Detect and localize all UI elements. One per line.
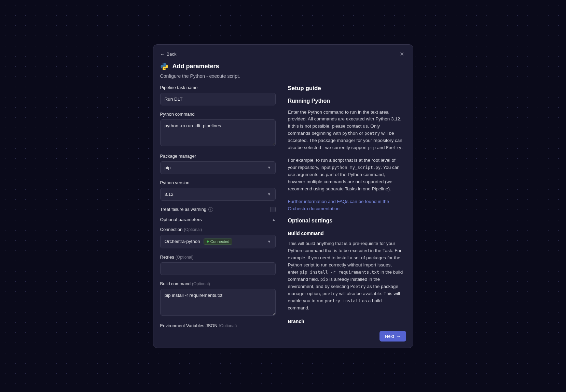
guide-build-heading: Build command: [288, 231, 403, 236]
setup-guide-column: Setup guide Running Python Enter the Pyt…: [288, 85, 406, 327]
form-column: Pipeline task name Python command python…: [160, 85, 278, 327]
arrow-left-icon: ←: [160, 52, 165, 57]
optional-params-toggle[interactable]: Optional parameters ▲: [160, 217, 276, 222]
modal-header: ← Back ✕ Add parameters Configure the Py…: [153, 45, 413, 85]
retries-label: Retries(Optional): [160, 255, 276, 260]
python-icon: [160, 62, 168, 71]
chevron-down-icon: ▼: [267, 192, 271, 196]
python-version-value: 3.12: [165, 192, 174, 197]
env-json-label: Environment Variables JSON(Optional): [160, 323, 276, 327]
guide-title: Setup guide: [288, 85, 403, 92]
connection-select[interactable]: Orchestra-python Connected ▼: [160, 235, 276, 248]
connection-label: Connection(Optional): [160, 227, 276, 232]
guide-p1: Enter the Python command to run in the t…: [288, 109, 403, 152]
package-manager-select[interactable]: pip ▼: [160, 161, 276, 174]
python-version-select[interactable]: 3.12 ▼: [160, 188, 276, 201]
guide-optional-heading: Optional settings: [288, 218, 403, 224]
chevron-up-icon: ▲: [272, 218, 276, 221]
python-version-label: Python version: [160, 180, 276, 185]
treat-failure-checkbox[interactable]: [270, 207, 276, 212]
task-name-input[interactable]: [160, 93, 276, 105]
page-title: Add parameters: [172, 63, 219, 70]
guide-p3: This will build anything that is a pre-r…: [288, 240, 403, 311]
optional-params-label: Optional parameters: [160, 217, 202, 222]
task-name-label: Pipeline task name: [160, 85, 276, 90]
next-button[interactable]: Next →: [379, 331, 406, 342]
status-dot-icon: [207, 241, 209, 243]
docs-link[interactable]: Further information and FAQs can be foun…: [288, 199, 389, 211]
python-command-label: Python command: [160, 112, 276, 117]
modal-footer: Next →: [153, 327, 413, 348]
status-badge: Connected: [204, 238, 233, 245]
package-manager-label: Package manager: [160, 154, 276, 159]
chevron-down-icon: ▼: [267, 239, 271, 244]
page-subtitle: Configure the Python - execute script.: [160, 73, 406, 79]
chevron-down-icon: ▼: [267, 165, 271, 170]
python-command-textarea[interactable]: python -m run_dlt_pipelines: [160, 119, 276, 146]
status-text: Connected: [210, 239, 230, 244]
build-command-label: Build command(Optional): [160, 281, 276, 286]
back-button[interactable]: ← Back: [160, 52, 177, 57]
build-command-textarea[interactable]: pip install -r requirements.txt: [160, 289, 276, 316]
close-icon: ✕: [400, 51, 404, 57]
retries-input[interactable]: [160, 262, 276, 275]
package-manager-value: pip: [165, 165, 171, 170]
add-parameters-modal: ← Back ✕ Add parameters Configure the Py…: [153, 44, 413, 348]
treat-failure-label: Treat failure as warning: [160, 207, 206, 212]
info-icon[interactable]: i: [208, 207, 213, 212]
guide-branch-heading: Branch: [288, 319, 403, 324]
guide-running-heading: Running Python: [288, 98, 403, 104]
connection-value: Orchestra-python: [165, 239, 200, 244]
guide-p2: For example, to run a script that is at …: [288, 157, 403, 193]
back-label: Back: [167, 52, 177, 57]
close-button[interactable]: ✕: [398, 50, 406, 58]
arrow-right-icon: →: [396, 334, 401, 339]
next-label: Next: [385, 334, 394, 339]
